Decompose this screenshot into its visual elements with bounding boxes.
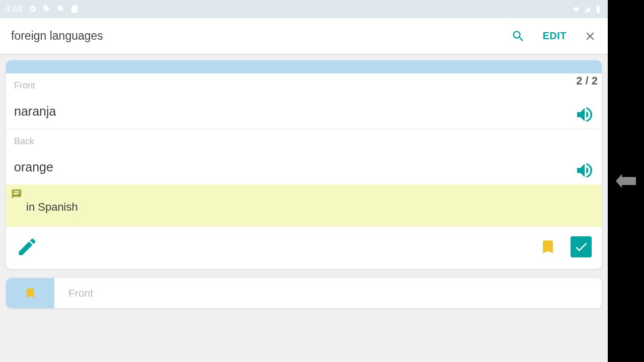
back-text: orange — [14, 160, 594, 174]
sd-card-icon — [70, 5, 79, 14]
speaker-icon[interactable] — [575, 105, 595, 125]
status-time: 4:48 — [5, 4, 23, 15]
pencil-icon[interactable] — [16, 236, 38, 258]
front-label: Front — [14, 80, 594, 91]
done-checkbox[interactable] — [571, 236, 592, 257]
comment-icon — [11, 189, 22, 200]
search-icon[interactable] — [511, 29, 525, 43]
back-icon[interactable] — [616, 174, 636, 188]
status-bar: 4:48 — [0, 0, 608, 18]
bookmark-icon[interactable] — [539, 236, 556, 258]
gear-icon — [28, 5, 37, 14]
back-label: Back — [14, 136, 594, 147]
next-front-label: Front — [68, 287, 93, 299]
next-card[interactable]: Front — [6, 278, 602, 308]
close-icon[interactable] — [584, 30, 597, 43]
note-text: in Spanish — [11, 201, 597, 214]
speaker-icon[interactable] — [575, 160, 595, 180]
battery-icon — [594, 5, 603, 14]
card-footer — [6, 227, 602, 269]
wifi-icon — [572, 5, 581, 14]
next-card-side — [6, 278, 54, 308]
front-text: naranja — [14, 104, 594, 119]
signal-icon — [584, 5, 591, 14]
tag-icon — [42, 5, 51, 14]
note-section: in Spanish — [6, 185, 602, 227]
progress-bar — [6, 60, 602, 73]
nav-bar — [608, 0, 644, 362]
page-title: foreign languages — [11, 29, 511, 43]
edit-button[interactable]: EDIT — [542, 30, 567, 42]
back-section: Back orange — [6, 129, 602, 185]
tag-icon — [56, 5, 65, 14]
front-section: Front naranja — [6, 73, 602, 129]
app-bar: foreign languages EDIT — [0, 18, 608, 54]
bookmark-icon — [24, 285, 36, 302]
flashcard: 2 / 2 Front naranja Back orange in Spani… — [6, 60, 602, 269]
